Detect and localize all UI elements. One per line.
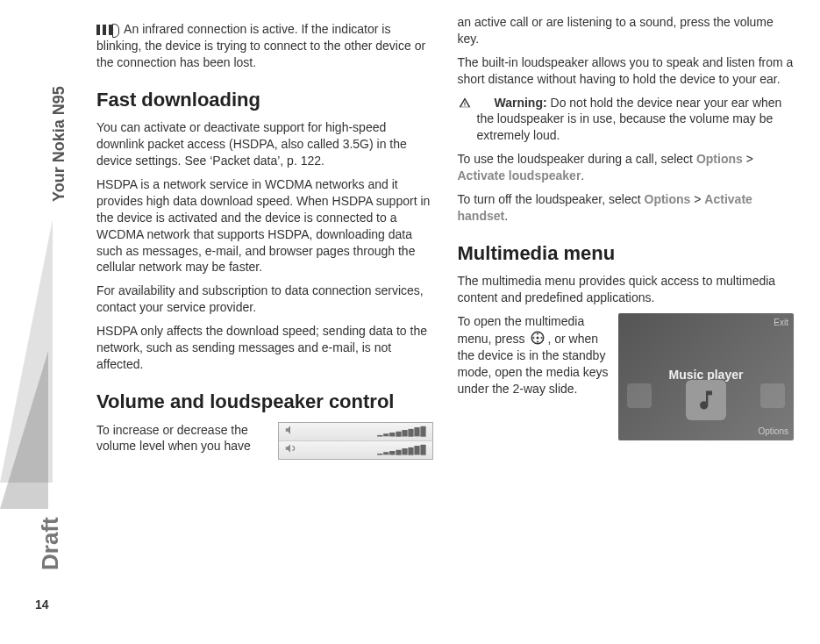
page-number: 14 <box>35 597 49 613</box>
volume-slider-figure: ▁▂▃▄▅▆▇█ ▁▂▃▄▅▆▇█ <box>278 422 433 460</box>
left-column: An infrared connection is active. If the… <box>96 14 433 465</box>
warning-icon <box>477 97 491 109</box>
infrared-icon <box>96 25 118 35</box>
options-label: Options <box>645 192 691 206</box>
speaker-small-icon <box>284 424 296 440</box>
infrared-text: An infrared connection is active. If the… <box>96 22 425 69</box>
chapter-title: Your Nokia N95 <box>48 86 69 202</box>
options-label: Options <box>696 152 743 166</box>
volume-continuation: an active call or are listening to a sou… <box>458 14 795 47</box>
turn-off-loudspeaker-paragraph: To turn off the loudspeaker, select Opti… <box>458 191 795 225</box>
mm-right-tile <box>760 383 785 408</box>
volume-bars: ▁▂▃▄▅▆▇█ <box>377 444 426 456</box>
use-loudspeaker-paragraph: To use the loudspeaker during a call, se… <box>458 151 795 184</box>
svg-point-1 <box>537 337 539 340</box>
multimedia-p1: The multimedia menu provides quick acces… <box>458 273 795 306</box>
heading-fast-downloading: Fast downloading <box>96 87 433 113</box>
heading-multimedia-menu: Multimedia menu <box>458 240 795 267</box>
heading-volume: Volume and loudspeaker control <box>96 389 433 415</box>
fast-p2: HSDPA is a network service in WCDMA netw… <box>96 176 433 275</box>
fast-p3: For availability and subscription to dat… <box>96 283 433 316</box>
multimedia-menu-figure: Exit Music player Options <box>618 313 794 440</box>
speaker-large-icon <box>284 442 296 458</box>
mm-exit-label: Exit <box>774 317 788 329</box>
loudspeaker-p1: The built-in loudspeaker allows you to s… <box>458 54 795 88</box>
music-note-icon <box>694 388 718 412</box>
mm-options-label: Options <box>759 426 788 438</box>
warning-block: Warning: Do not hold the device near you… <box>458 95 795 145</box>
volume-slider-small: ▁▂▃▄▅▆▇█ <box>279 423 432 441</box>
fast-p4: HSDPA only affects the download speed; s… <box>96 323 433 373</box>
activate-loudspeaker-label: Activate loudspeaker <box>458 168 581 182</box>
mm-left-tile <box>627 383 652 408</box>
dpad-icon <box>530 330 545 342</box>
volume-bars: ▁▂▃▄▅▆▇█ <box>377 426 426 438</box>
draft-watermark: Draft <box>35 517 66 570</box>
right-column: an active call or are listening to a sou… <box>458 14 795 465</box>
mm-center-tile <box>686 380 726 420</box>
volume-slider-large: ▁▂▃▄▅▆▇█ <box>279 441 432 459</box>
infrared-paragraph: An infrared connection is active. If the… <box>96 21 433 71</box>
warning-label: Warning: <box>495 96 547 110</box>
fast-p1: You can activate or deactivate support f… <box>96 119 433 169</box>
side-margin: Your Nokia N95 Draft <box>13 0 39 644</box>
